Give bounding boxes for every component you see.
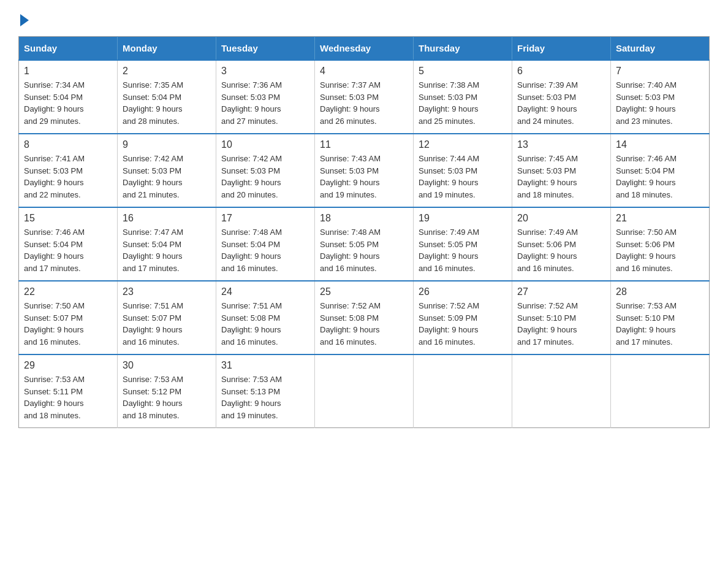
calendar-cell: 18 Sunrise: 7:48 AMSunset: 5:05 PMDaylig…: [315, 207, 414, 281]
day-number: 31: [221, 360, 309, 371]
day-number: 19: [419, 213, 507, 224]
calendar-cell: 5 Sunrise: 7:38 AMSunset: 5:03 PMDayligh…: [414, 60, 512, 134]
day-number: 7: [616, 66, 704, 77]
day-number: 27: [517, 286, 605, 297]
day-number: 4: [320, 66, 408, 77]
day-info: Sunrise: 7:50 AMSunset: 5:06 PMDaylight:…: [616, 226, 704, 274]
day-info: Sunrise: 7:53 AMSunset: 5:13 PMDaylight:…: [221, 373, 309, 421]
calendar-cell: 29 Sunrise: 7:53 AMSunset: 5:11 PMDaylig…: [19, 354, 118, 428]
calendar-cell: 1 Sunrise: 7:34 AMSunset: 5:04 PMDayligh…: [19, 60, 118, 134]
day-info: Sunrise: 7:38 AMSunset: 5:03 PMDaylight:…: [419, 79, 507, 127]
calendar-cell: 10 Sunrise: 7:42 AMSunset: 5:03 PMDaylig…: [216, 134, 315, 207]
calendar-cell: 4 Sunrise: 7:37 AMSunset: 5:03 PMDayligh…: [315, 60, 414, 134]
day-info: Sunrise: 7:50 AMSunset: 5:07 PMDaylight:…: [24, 300, 112, 348]
calendar-table: SundayMondayTuesdayWednesdayThursdayFrid…: [18, 36, 710, 428]
day-number: 8: [24, 139, 112, 150]
calendar-cell: [315, 354, 414, 428]
weekday-header-monday: Monday: [118, 37, 216, 61]
calendar-cell: 11 Sunrise: 7:43 AMSunset: 5:03 PMDaylig…: [315, 134, 414, 207]
day-number: 9: [123, 139, 211, 150]
week-row-4: 22 Sunrise: 7:50 AMSunset: 5:07 PMDaylig…: [19, 281, 710, 354]
week-row-2: 8 Sunrise: 7:41 AMSunset: 5:03 PMDayligh…: [19, 134, 710, 207]
day-number: 15: [24, 213, 112, 224]
week-row-5: 29 Sunrise: 7:53 AMSunset: 5:11 PMDaylig…: [19, 354, 710, 428]
day-info: Sunrise: 7:43 AMSunset: 5:03 PMDaylight:…: [320, 153, 408, 201]
page-header: [18, 12, 710, 24]
weekday-row: SundayMondayTuesdayWednesdayThursdayFrid…: [19, 37, 710, 61]
day-number: 28: [616, 286, 704, 297]
day-number: 24: [221, 286, 309, 297]
day-info: Sunrise: 7:49 AMSunset: 5:05 PMDaylight:…: [419, 226, 507, 274]
calendar-cell: 22 Sunrise: 7:50 AMSunset: 5:07 PMDaylig…: [19, 281, 118, 354]
day-info: Sunrise: 7:42 AMSunset: 5:03 PMDaylight:…: [221, 153, 309, 201]
calendar-cell: [512, 354, 611, 428]
day-number: 2: [123, 66, 211, 77]
weekday-header-thursday: Thursday: [414, 37, 512, 61]
calendar-cell: 15 Sunrise: 7:46 AMSunset: 5:04 PMDaylig…: [19, 207, 118, 281]
calendar-cell: 7 Sunrise: 7:40 AMSunset: 5:03 PMDayligh…: [611, 60, 710, 134]
day-number: 25: [320, 286, 408, 297]
day-number: 3: [221, 66, 309, 77]
calendar-cell: 8 Sunrise: 7:41 AMSunset: 5:03 PMDayligh…: [19, 134, 118, 207]
calendar-cell: 12 Sunrise: 7:44 AMSunset: 5:03 PMDaylig…: [414, 134, 512, 207]
day-info: Sunrise: 7:41 AMSunset: 5:03 PMDaylight:…: [24, 153, 112, 201]
day-info: Sunrise: 7:53 AMSunset: 5:11 PMDaylight:…: [24, 373, 112, 421]
day-number: 30: [123, 360, 211, 371]
weekday-header-saturday: Saturday: [611, 37, 710, 61]
calendar-cell: 19 Sunrise: 7:49 AMSunset: 5:05 PMDaylig…: [414, 207, 512, 281]
weekday-header-tuesday: Tuesday: [216, 37, 315, 61]
day-number: 13: [517, 139, 605, 150]
calendar-cell: [414, 354, 512, 428]
day-info: Sunrise: 7:40 AMSunset: 5:03 PMDaylight:…: [616, 79, 704, 127]
calendar-cell: 17 Sunrise: 7:48 AMSunset: 5:04 PMDaylig…: [216, 207, 315, 281]
day-number: 6: [517, 66, 605, 77]
calendar-header: SundayMondayTuesdayWednesdayThursdayFrid…: [19, 37, 710, 61]
weekday-header-wednesday: Wednesday: [315, 37, 414, 61]
day-info: Sunrise: 7:46 AMSunset: 5:04 PMDaylight:…: [616, 153, 704, 201]
day-info: Sunrise: 7:52 AMSunset: 5:10 PMDaylight:…: [517, 300, 605, 348]
day-number: 16: [123, 213, 211, 224]
day-info: Sunrise: 7:51 AMSunset: 5:07 PMDaylight:…: [123, 300, 211, 348]
calendar-cell: 13 Sunrise: 7:45 AMSunset: 5:03 PMDaylig…: [512, 134, 611, 207]
day-number: 26: [419, 286, 507, 297]
day-info: Sunrise: 7:47 AMSunset: 5:04 PMDaylight:…: [123, 226, 211, 274]
calendar-cell: 25 Sunrise: 7:52 AMSunset: 5:08 PMDaylig…: [315, 281, 414, 354]
day-info: Sunrise: 7:46 AMSunset: 5:04 PMDaylight:…: [24, 226, 112, 274]
day-info: Sunrise: 7:34 AMSunset: 5:04 PMDaylight:…: [24, 79, 112, 127]
calendar-cell: 20 Sunrise: 7:49 AMSunset: 5:06 PMDaylig…: [512, 207, 611, 281]
day-number: 10: [221, 139, 309, 150]
calendar-cell: 3 Sunrise: 7:36 AMSunset: 5:03 PMDayligh…: [216, 60, 315, 134]
day-info: Sunrise: 7:52 AMSunset: 5:08 PMDaylight:…: [320, 300, 408, 348]
day-info: Sunrise: 7:37 AMSunset: 5:03 PMDaylight:…: [320, 79, 408, 127]
day-info: Sunrise: 7:39 AMSunset: 5:03 PMDaylight:…: [517, 79, 605, 127]
day-info: Sunrise: 7:48 AMSunset: 5:04 PMDaylight:…: [221, 226, 309, 274]
day-info: Sunrise: 7:51 AMSunset: 5:08 PMDaylight:…: [221, 300, 309, 348]
calendar-cell: 21 Sunrise: 7:50 AMSunset: 5:06 PMDaylig…: [611, 207, 710, 281]
calendar-cell: 26 Sunrise: 7:52 AMSunset: 5:09 PMDaylig…: [414, 281, 512, 354]
day-info: Sunrise: 7:53 AMSunset: 5:12 PMDaylight:…: [123, 373, 211, 421]
day-number: 14: [616, 139, 704, 150]
week-row-1: 1 Sunrise: 7:34 AMSunset: 5:04 PMDayligh…: [19, 60, 710, 134]
day-number: 22: [24, 286, 112, 297]
calendar-cell: 23 Sunrise: 7:51 AMSunset: 5:07 PMDaylig…: [118, 281, 216, 354]
day-info: Sunrise: 7:35 AMSunset: 5:04 PMDaylight:…: [123, 79, 211, 127]
calendar-cell: 27 Sunrise: 7:52 AMSunset: 5:10 PMDaylig…: [512, 281, 611, 354]
calendar-cell: 24 Sunrise: 7:51 AMSunset: 5:08 PMDaylig…: [216, 281, 315, 354]
calendar-cell: 30 Sunrise: 7:53 AMSunset: 5:12 PMDaylig…: [118, 354, 216, 428]
calendar-cell: 9 Sunrise: 7:42 AMSunset: 5:03 PMDayligh…: [118, 134, 216, 207]
calendar-body: 1 Sunrise: 7:34 AMSunset: 5:04 PMDayligh…: [19, 60, 710, 428]
day-number: 12: [419, 139, 507, 150]
day-number: 11: [320, 139, 408, 150]
day-number: 23: [123, 286, 211, 297]
weekday-header-sunday: Sunday: [19, 37, 118, 61]
calendar-cell: 2 Sunrise: 7:35 AMSunset: 5:04 PMDayligh…: [118, 60, 216, 134]
calendar-cell: 28 Sunrise: 7:53 AMSunset: 5:10 PMDaylig…: [611, 281, 710, 354]
day-number: 18: [320, 213, 408, 224]
day-info: Sunrise: 7:44 AMSunset: 5:03 PMDaylight:…: [419, 153, 507, 201]
week-row-3: 15 Sunrise: 7:46 AMSunset: 5:04 PMDaylig…: [19, 207, 710, 281]
day-number: 21: [616, 213, 704, 224]
day-number: 29: [24, 360, 112, 371]
calendar-cell: [611, 354, 710, 428]
day-info: Sunrise: 7:48 AMSunset: 5:05 PMDaylight:…: [320, 226, 408, 274]
calendar-cell: 14 Sunrise: 7:46 AMSunset: 5:04 PMDaylig…: [611, 134, 710, 207]
